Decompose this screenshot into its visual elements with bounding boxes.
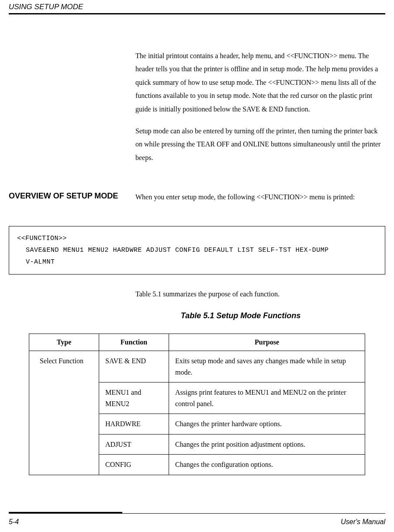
cell-function: MENU1 and MENU2 [99,382,169,414]
cell-function: HARDWRE [99,414,169,435]
th-function: Function [99,334,169,351]
section-heading: OVERVIEW OF SETUP MODE [9,191,127,202]
table-intro-row: Table 5.1 summarizes the purpose of each… [9,288,385,311]
main-content: The initial printout contains a header, … [0,14,394,475]
paragraph-1: The initial printout contains a header, … [135,49,385,116]
cell-purpose: Changes the printer hardware options. [169,414,365,435]
intro-right: The initial printout contains a header, … [135,49,385,173]
cell-function: SAVE & END [99,351,169,382]
header-title: USING SETUP MODE [9,3,83,11]
paragraph-2: Setup mode can also be entered by turnin… [135,125,385,164]
table-header-row: Type Function Purpose [29,334,365,351]
table-intro: Table 5.1 summarizes the purpose of each… [135,288,385,301]
manual-label: User's Manual [341,518,385,526]
function-line-1: <<FUNCTION>> [17,233,377,244]
page-number: 5-4 [9,518,19,526]
overview-left: OVERVIEW OF SETUP MODE [9,191,135,202]
cell-purpose: Assigns print features to MENU1 and MENU… [169,382,365,414]
table-row: Select Function SAVE & END Exits setup m… [29,351,365,382]
th-type: Type [29,334,99,351]
page-footer: 5-4 User's Manual [0,518,394,526]
cell-purpose: Exits setup mode and saves any changes m… [169,351,365,382]
cell-function: ADJUST [99,434,169,455]
table-intro-right: Table 5.1 summarizes the purpose of each… [135,288,385,311]
cell-function: CONFIG [99,455,169,475]
function-menu-box: <<FUNCTION>> SAVE&END MENU1 MENU2 HARDWR… [9,226,385,275]
setup-functions-table: Type Function Purpose Select Function SA… [29,334,365,475]
intro-row: The initial printout contains a header, … [9,49,385,173]
cell-purpose: Changes the print position adjustment op… [169,434,365,455]
th-purpose: Purpose [169,334,365,351]
cell-type: Select Function [29,351,99,475]
footer-thick-stub [9,512,122,514]
function-line-3: V-ALMNT [17,256,377,268]
table-caption: Table 5.1 Setup Mode Functions [9,311,385,320]
running-header: USING SETUP MODE [0,0,394,13]
overview-row: OVERVIEW OF SETUP MODE When you enter se… [9,191,385,204]
overview-right: When you enter setup mode, the following… [135,191,385,204]
overview-intro: When you enter setup mode, the following… [135,191,385,204]
cell-purpose: Changes the configuration options. [169,455,365,475]
function-line-2: SAVE&END MENU1 MENU2 HARDWRE ADJUST CONF… [17,244,377,256]
